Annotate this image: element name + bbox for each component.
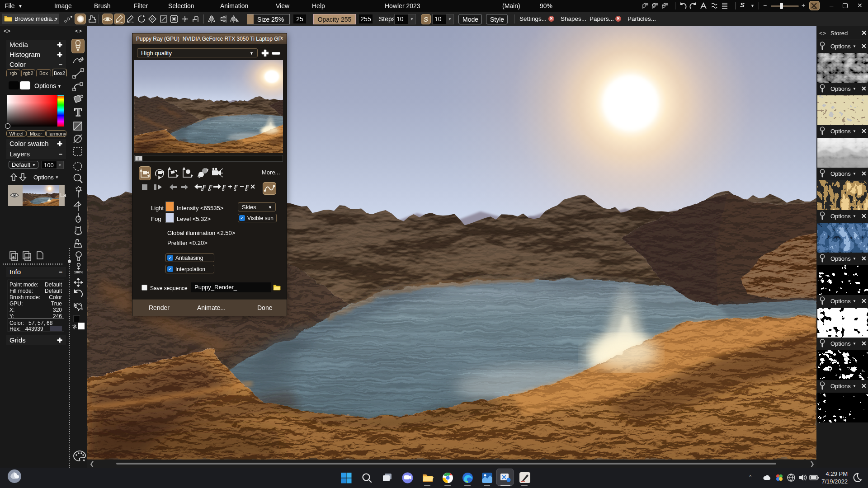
svg-text:100%: 100%: [74, 270, 83, 274]
svg-text:F: F: [209, 183, 213, 190]
svg-text:F: F: [245, 183, 250, 190]
svg-text:F: F: [234, 183, 238, 190]
svg-text:T: T: [74, 106, 82, 119]
svg-text:F: F: [222, 183, 226, 190]
